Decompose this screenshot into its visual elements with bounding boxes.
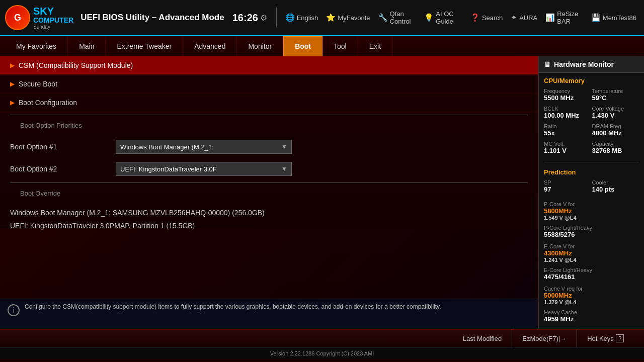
right-panel: 🖥 Hardware Monitor CPU/Memory Frequency … [538,56,644,329]
nav-myfavorite-label: MyFavorite [338,14,370,22]
hw-temperature: Temperature 59°C [592,86,639,103]
boot-option-2-label: Boot Option #2 [10,165,111,173]
nav-main[interactable]: Main [68,36,106,56]
nav-monitor[interactable]: Monitor [237,36,283,56]
star-icon: ⭐ [326,13,336,22]
section-divider-1: Boot Option Priorities [10,115,528,133]
pcore-section: P-Core V for 5800MHz 1.549 V @L4 P-Core … [539,199,644,326]
hw-pcore-lh: P-Core Light/Heavy 5588/5276 [544,223,639,240]
info-text: Configure the CSM(compatibility support … [25,303,441,310]
boot-option-1-row: Boot Option #1 Windows Boot Manager (M.2… [0,136,538,158]
nav-my-favorites[interactable]: My Favorites [5,36,68,56]
hw-dram-freq: DRAM Freq. 4800 MHz [592,122,639,138]
section-divider-2: Boot Override [10,183,528,201]
hw-ratio: Ratio 55x [544,122,591,138]
nav-advanced[interactable]: Advanced [183,36,237,56]
nav-resizebar-label: ReSize BAR [557,10,583,25]
hw-bclk: BCLK 100.00 MHz [544,104,591,121]
nav-myfavorite[interactable]: ⭐ MyFavorite [324,12,372,24]
info-icon: i [8,304,20,316]
nav-qfan[interactable]: 🔧 Qfan Control [376,9,419,27]
menu-secure-boot-label: Secure Boot [19,80,57,88]
bios-title-area: UEFI BIOS Utility – Advanced Mode [80,13,224,23]
menu-boot-config-label: Boot Configuration [19,99,77,107]
top-bar: G SKY COMPUTER Sunday UEFI BIOS Utility … [0,0,644,36]
menu-csm-label: CSM (Compatibility Support Module) [19,61,133,69]
logo-sunday: Sunday [33,24,73,30]
boot-option-2-value: UEFI: KingstonDataTraveler 3.0F [120,165,217,173]
footer-text: Version 2.22.1286 Copyright (C) 2023 AMI [270,350,374,356]
menu-secure-boot[interactable]: ▶ Secure Boot [0,75,538,94]
nav-memtest-label: MemTest86 [603,14,636,22]
ez-mode-label: EzMode(F7)|→ [522,335,567,342]
hw-monitor-title: 🖥 Hardware Monitor [539,56,644,73]
hw-cooler: Cooler 140 pts [592,178,639,195]
logo-sky: SKY [33,6,73,17]
hw-pcore-v-for: P-Core V for 5800MHz 1.549 V @L4 [544,200,639,222]
hw-mc-volt: MC Volt. 1.101 V [544,139,591,156]
nav-english[interactable]: 🌐 English [283,12,321,24]
hw-core-voltage: Core Voltage 1.430 V [592,104,639,121]
hw-monitor-label: Hardware Monitor [554,60,614,68]
cpu-memory-header: CPU/Memory [539,73,644,86]
hw-divider [544,162,639,162]
main-nav: My Favorites Main Extreme Tweaker Advanc… [0,36,644,56]
nav-english-label: English [297,14,318,22]
nav-tool[interactable]: Tool [323,36,358,56]
footer: Version 2.22.1286 Copyright (C) 2023 AMI [0,347,644,359]
cpu-memory-grid: Frequency 5500 MHz Temperature 59°C BCLK… [539,86,644,160]
last-modified-item: Last Modified [453,329,512,347]
content-area: ▶ CSM (Compatibility Support Module) ▶ S… [0,56,644,329]
bios-title: UEFI BIOS Utility – Advanced Mode [80,13,224,22]
boot-override-item-1[interactable]: Windows Boot Manager (M.2_1: SAMSUNG MZV… [10,206,528,219]
fan-icon: 🔧 [378,13,388,22]
time-area: 16:26 ⚙ [232,12,267,24]
memory-icon: 💾 [591,13,601,22]
nav-exit[interactable]: Exit [358,36,392,56]
gear-icon[interactable]: ⚙ [260,13,267,23]
menu-csm[interactable]: ▶ CSM (Compatibility Support Module) [0,56,538,75]
prediction-header: Prediction [539,164,644,178]
nav-memtest[interactable]: 💾 MemTest86 [589,12,639,24]
hot-keys-item[interactable]: Hot Keys ? [577,329,634,347]
nav-aioc[interactable]: 💡 AI OC Guide [422,9,465,27]
nav-aura[interactable]: ✦ AURA [508,12,540,24]
boot-option-2-row: Boot Option #2 UEFI: KingstonDataTravele… [0,158,538,180]
logo-computer: COMPUTER [33,17,73,24]
left-panel: ▶ CSM (Compatibility Support Module) ▶ S… [0,56,538,329]
boot-override-item-2[interactable]: UEFI: KingstonDataTraveler 3.0PMAP, Part… [10,219,528,232]
nav-search[interactable]: ❓ Search [468,12,505,24]
clock-display: 16:26 [232,12,258,24]
logo-icon: G [5,5,30,30]
nav-aura-label: AURA [519,14,537,22]
boot-override-header: Boot Override [10,187,528,201]
nav-extreme-tweaker[interactable]: Extreme Tweaker [106,36,183,56]
logo-text: SKY COMPUTER Sunday [33,6,73,30]
hw-sp: SP 97 [544,178,591,195]
nav-search-label: Search [482,14,503,22]
search-icon: ❓ [470,13,480,22]
prediction-grid: SP 97 Cooler 140 pts [539,178,644,199]
boot-option-1-label: Boot Option #1 [10,143,111,151]
nav-resizebar[interactable]: 📊 ReSize BAR [543,9,586,27]
resize-icon: 📊 [545,13,555,22]
nav-qfan-label: Qfan Control [390,10,417,25]
last-modified-label: Last Modified [463,335,502,342]
expand-arrow-icon-3: ▶ [10,99,15,106]
boot-override-section: Windows Boot Manager (M.2_1: SAMSUNG MZV… [0,204,538,235]
boot-priorities-label: Boot Option Priorities [10,119,528,133]
hw-ecore-lh: E-Core Light/Heavy 4475/4161 [544,265,639,282]
nav-boot[interactable]: Boot [283,36,323,56]
nav-aioc-label: AI OC Guide [436,10,462,25]
divider [276,8,277,28]
menu-boot-config[interactable]: ▶ Boot Configuration [0,94,538,112]
ez-mode-item[interactable]: EzMode(F7)|→ [512,329,577,347]
dropdown-arrow-icon-2: ▼ [281,165,287,172]
boot-option-2-select[interactable]: UEFI: KingstonDataTraveler 3.0F ▼ [116,162,292,176]
expand-arrow-icon: ▶ [10,62,15,69]
hw-ecore-v-for: E-Core V for 4300MHz 1.241 V @L4 [544,242,639,264]
hw-cache-v-req: Cache V req for 5000MHz 1.379 V @L4 [544,284,639,307]
logo-area: G SKY COMPUTER Sunday [5,5,73,30]
boot-option-1-select[interactable]: Windows Boot Manager (M.2_1: ▼ [116,140,292,154]
monitor-icon: 🖥 [544,60,551,68]
